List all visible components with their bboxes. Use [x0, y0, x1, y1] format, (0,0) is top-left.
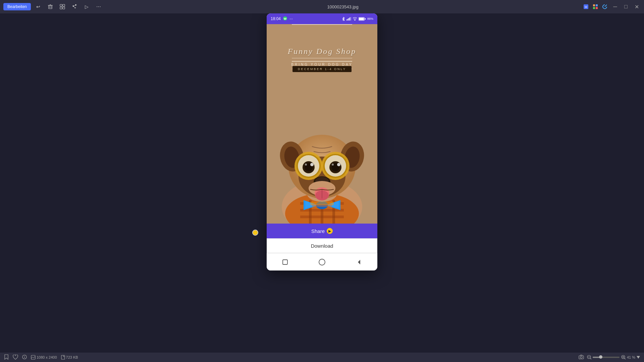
svg-rect-6 — [63, 4, 65, 6]
svg-rect-8 — [63, 7, 65, 9]
phone-time: 18:04 — [271, 16, 281, 21]
svg-rect-21 — [351, 17, 351, 20]
battery-percent: 86% — [367, 17, 373, 20]
svg-rect-18 — [347, 19, 348, 20]
svg-rect-71 — [31, 355, 35, 359]
nav-back-icon[interactable] — [354, 257, 364, 267]
zoom-slider[interactable] — [593, 357, 620, 358]
phone-image-area: Funny Dog Shop BRING YOUR DOG DAY DECEMB… — [267, 24, 377, 224]
status-left: 18:04 W ··· — [271, 16, 293, 22]
svg-rect-7 — [60, 7, 62, 9]
zoom-dropdown-icon[interactable] — [637, 355, 640, 359]
svg-point-49 — [310, 163, 314, 166]
toolbar-left: Bearbeiten ↩ — [3, 2, 103, 11]
file-size-label: 723 KB — [66, 355, 78, 359]
svg-rect-12 — [596, 4, 598, 6]
zoom-in-icon[interactable] — [621, 355, 626, 360]
svg-point-70 — [24, 356, 25, 356]
date-badge: DECEMBER 1-4 ONLY — [292, 66, 352, 72]
shop-title: Funny Dog Shop — [288, 47, 357, 56]
svg-marker-67 — [358, 260, 360, 264]
battery-icon — [359, 17, 366, 21]
svg-line-77 — [590, 358, 591, 359]
svg-line-81 — [625, 358, 626, 359]
svg-rect-14 — [596, 7, 598, 9]
edit-button[interactable]: Bearbeiten — [3, 3, 31, 10]
svg-rect-36 — [312, 204, 332, 207]
cursor — [252, 230, 258, 236]
bottom-right: 41 % — [579, 355, 640, 360]
signal-icon — [346, 17, 351, 20]
bookmark-icon[interactable] — [4, 354, 9, 360]
file-size: 723 KB — [61, 355, 78, 360]
info-icon[interactable] — [22, 355, 27, 360]
download-button-label: Download — [311, 243, 333, 249]
nav-square-icon[interactable] — [280, 257, 290, 267]
phone-nav-bar — [267, 253, 377, 270]
svg-rect-24 — [359, 18, 364, 20]
svg-marker-82 — [637, 356, 640, 359]
svg-rect-13 — [593, 7, 595, 9]
image-dimensions-icon: 1080 x 2400 — [31, 355, 57, 360]
tray-icons: M — [582, 3, 608, 10]
svg-text:W: W — [284, 17, 287, 20]
pug-svg — [267, 83, 377, 224]
svg-rect-11 — [593, 4, 595, 6]
subtitle-line-top — [292, 61, 352, 62]
svg-rect-0 — [49, 6, 52, 9]
download-button[interactable]: Download — [267, 238, 377, 253]
bluetooth-icon — [342, 17, 345, 21]
grid-icon[interactable] — [58, 2, 67, 11]
phone-frame: 18:04 W ··· — [267, 13, 377, 270]
zoom-controls: 41 % — [587, 355, 640, 360]
status-right: 86% — [342, 17, 373, 21]
undo-icon[interactable]: ↩ — [34, 2, 43, 11]
svg-rect-65 — [283, 260, 287, 264]
svg-rect-5 — [60, 4, 62, 6]
phone-status-bar: 18:04 W ··· — [267, 13, 377, 24]
tray-icon-2[interactable] — [592, 3, 599, 10]
share-button-label: Share — [311, 228, 325, 234]
top-toolbar: Bearbeiten ↩ — [0, 0, 644, 13]
share-button[interactable]: Share ▶ — [267, 224, 377, 238]
wifi-icon — [353, 17, 357, 20]
window-title: 1000023543.jpg — [327, 4, 358, 9]
svg-point-56 — [337, 163, 340, 166]
toolbar-right: M ─ □ ✕ — [582, 3, 641, 11]
subtitle-text: BRING YOUR DOG DAY — [291, 63, 353, 66]
dog-illustration — [267, 83, 377, 224]
maximize-button[interactable]: □ — [622, 3, 630, 11]
close-button[interactable]: ✕ — [633, 3, 641, 11]
svg-rect-25 — [365, 18, 366, 19]
delete-icon[interactable] — [46, 2, 55, 11]
svg-point-74 — [580, 356, 582, 358]
svg-rect-20 — [350, 17, 350, 20]
svg-point-50 — [305, 164, 307, 166]
svg-rect-17 — [346, 19, 347, 20]
share-arrow-icon: ▶ — [327, 228, 333, 234]
play-icon[interactable]: ▷ — [82, 2, 91, 11]
tray-icon-3[interactable] — [601, 3, 608, 10]
camera-icon[interactable] — [579, 355, 584, 360]
svg-rect-19 — [348, 18, 349, 20]
image-dimensions: 1080 x 2400 — [37, 355, 57, 359]
bottom-left: 1080 x 2400 723 KB — [4, 354, 78, 360]
desktop: Bearbeiten ↩ — [0, 0, 644, 362]
bottom-status-bar: 1080 x 2400 723 KB — [0, 353, 644, 362]
title-line-bottom — [292, 58, 352, 59]
title-line-top — [292, 24, 352, 25]
notification-dots: ··· — [289, 16, 293, 21]
svg-rect-72 — [61, 355, 65, 359]
tray-icon-1[interactable]: M — [582, 3, 590, 10]
nav-home-icon[interactable] — [317, 257, 327, 267]
zoom-out-icon[interactable] — [587, 355, 591, 360]
whatsapp-icon: W — [283, 16, 287, 22]
svg-point-66 — [319, 259, 325, 265]
heart-icon[interactable] — [13, 355, 18, 360]
zoom-level-label: 41 % — [627, 355, 635, 359]
svg-text:M: M — [585, 5, 587, 9]
minimize-button[interactable]: ─ — [611, 3, 619, 11]
svg-point-57 — [332, 164, 334, 166]
more-options-icon[interactable]: ⋯ — [94, 2, 103, 11]
share-toolbar-icon[interactable] — [70, 2, 79, 11]
